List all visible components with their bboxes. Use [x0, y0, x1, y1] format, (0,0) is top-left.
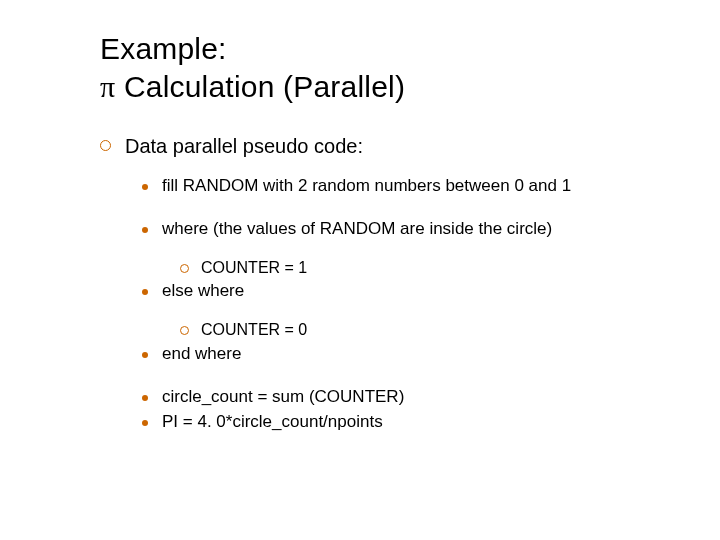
- bullet-pi: PI = 4. 0*circle_count/npoints: [142, 411, 660, 434]
- hollow-circle-icon: [180, 264, 189, 273]
- hollow-circle-icon: [180, 326, 189, 335]
- title-rest: Calculation (Parallel): [115, 70, 405, 103]
- elsewhere-text: else where: [162, 280, 244, 303]
- fill-text: fill RANDOM with 2 random numbers betwee…: [162, 175, 571, 198]
- endwhere-text: end where: [162, 343, 241, 366]
- solid-circle-icon: [142, 420, 148, 426]
- solid-circle-icon: [142, 184, 148, 190]
- title-pi: π: [100, 70, 115, 103]
- bullet-elsewhere: else where: [142, 280, 660, 303]
- where-sub: COUNTER = 1: [142, 257, 660, 279]
- bullet-lvl1: Data parallel pseudo code:: [100, 133, 660, 159]
- elsewhere-sub: COUNTER = 0: [142, 319, 660, 341]
- solid-circle-icon: [142, 289, 148, 295]
- bullet-counter0: COUNTER = 0: [180, 319, 660, 341]
- bullet-endwhere: end where: [142, 343, 660, 366]
- title-line1: Example:: [100, 32, 227, 65]
- counter1-text: COUNTER = 1: [201, 257, 307, 279]
- circlecount-text: circle_count = sum (COUNTER): [162, 386, 404, 409]
- lvl1-text: Data parallel pseudo code:: [125, 133, 363, 159]
- bullet-fill: fill RANDOM with 2 random numbers betwee…: [142, 175, 660, 198]
- pi-text: PI = 4. 0*circle_count/npoints: [162, 411, 383, 434]
- slide: Example: π Calculation (Parallel) Data p…: [0, 0, 720, 540]
- hollow-circle-icon: [100, 140, 111, 151]
- solid-circle-icon: [142, 352, 148, 358]
- bullet-counter1: COUNTER = 1: [180, 257, 660, 279]
- bullet-circlecount: circle_count = sum (COUNTER): [142, 386, 660, 409]
- where-text: where (the values of RANDOM are inside t…: [162, 218, 552, 241]
- solid-circle-icon: [142, 227, 148, 233]
- counter0-text: COUNTER = 0: [201, 319, 307, 341]
- solid-circle-icon: [142, 395, 148, 401]
- slide-title: Example: π Calculation (Parallel): [100, 30, 660, 105]
- bullet-where: where (the values of RANDOM are inside t…: [142, 218, 660, 241]
